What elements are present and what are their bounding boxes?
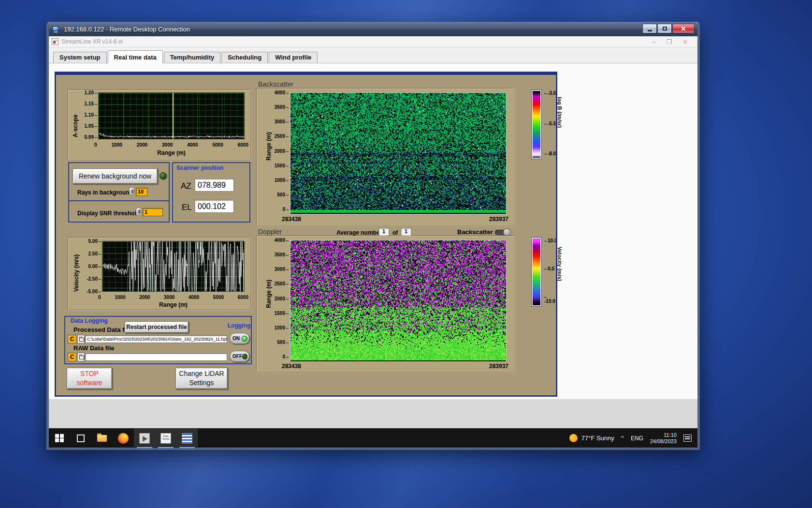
taskbar: ScanSched 77°F Sunny ^ ENG 11:10 24/08/2… (49, 428, 697, 448)
data-logging-title: Data Logging (71, 317, 108, 324)
streamline-app-icon (139, 433, 150, 444)
rdp-titlebar[interactable]: 192.168.0.122 - Remote Desktop Connectio… (49, 22, 697, 36)
remote-desktop-screen: StreamLine XR v14-6.vi – ❐ ✕ System setu… (49, 36, 697, 448)
app-close-button[interactable]: ✕ (682, 38, 688, 45)
tab-wind-profile[interactable]: Wind profile (269, 52, 318, 63)
raw-data-file-label: RAW Data file (73, 344, 115, 352)
file-explorer-button[interactable] (91, 429, 113, 448)
rdp-minimize-button[interactable] (642, 24, 657, 33)
stop-software-button[interactable]: STOP software (67, 368, 112, 389)
doppler-colorbar-label: Velocity (m/s) (557, 247, 563, 281)
renew-background-button[interactable]: Renew background now (72, 168, 158, 184)
change-lidar-settings-button[interactable]: Change LiDAR Settings (175, 368, 228, 389)
windows-logo-icon (55, 434, 64, 443)
language-indicator[interactable]: ENG (631, 435, 643, 442)
processed-browse-icon[interactable] (77, 335, 85, 344)
tab-bar: System setup Real time data Temp/humidit… (49, 47, 697, 63)
snr-threshold-label: Display SNR threshold (77, 210, 140, 217)
of-label: of (392, 229, 398, 236)
raw-logging-toggle[interactable]: OFF (230, 351, 249, 362)
logging-label: Logging (228, 322, 250, 329)
rdp-window-title: 192.168.0.122 - Remote Desktop Connectio… (64, 26, 190, 33)
close-icon: ✕ (681, 25, 686, 32)
processed-path-field[interactable]: C:\Lidar\Data\Proc\2023\202308\20230824\… (85, 335, 227, 343)
snr-controls-box: Display SNR threshold 1 (68, 200, 170, 223)
notes-app-button[interactable] (176, 429, 198, 448)
velocity-x-ticks: 0100020003000400050006000 (98, 295, 248, 300)
logging-on-led (242, 336, 247, 342)
velocity-plot (102, 241, 245, 292)
scan-schedule-app-icon: ScanSched (160, 433, 171, 444)
app-title: StreamLine XR v14-6.vi (61, 38, 123, 45)
settings-line2: Settings (189, 378, 214, 388)
snr-spinner[interactable] (136, 208, 141, 216)
ascope-x-ticks: 0100020003000400050006000 (94, 142, 248, 148)
doppler-x-start: 283438 (282, 363, 301, 370)
processed-drive-selector[interactable]: C (68, 335, 76, 344)
tab-scheduling[interactable]: Scheduling (221, 52, 268, 63)
average-number-field[interactable]: 1 (378, 228, 389, 236)
rays-value-field[interactable]: 10 (136, 188, 147, 196)
tab-temp-humidity[interactable]: Temp/humidity (164, 52, 220, 63)
raw-drive-selector[interactable]: C (68, 353, 76, 361)
weather-widget[interactable]: 77°F Sunny (569, 434, 614, 442)
backscatter-colorbar (532, 90, 541, 159)
backscatter-colorbar-label: log B (/m/sr) (557, 97, 563, 128)
stop-line1: STOP (80, 369, 99, 378)
app-restore-button[interactable]: ❐ (666, 38, 672, 45)
app-titlebar[interactable]: StreamLine XR v14-6.vi – ❐ ✕ (49, 36, 697, 47)
start-button[interactable] (49, 429, 70, 448)
doppler-graph: Range (m) 400035003000250020001500100050… (257, 236, 515, 373)
ascope-x-axis-label: Range (m) (98, 149, 245, 156)
rdp-maximize-button[interactable] (657, 24, 672, 33)
average-total-field[interactable]: 1 (401, 228, 411, 236)
az-label: AZ (181, 181, 191, 191)
restart-processed-file-button[interactable]: Restart processed file (125, 321, 188, 333)
sun-icon (569, 434, 578, 442)
action-center-icon[interactable] (683, 434, 692, 442)
processed-logging-toggle[interactable]: ON (230, 333, 249, 344)
client-area: A-scope 1.201.151.101.050.99 01000200030… (49, 63, 697, 428)
ascope-y-axis-label: A-scope (72, 97, 79, 137)
data-logging-box: Data Logging Processed Data file Restart… (64, 316, 252, 364)
rdp-window: 192.168.0.122 - Remote Desktop Connectio… (46, 22, 700, 450)
backscatter-x-start: 283438 (282, 216, 301, 223)
clock-time: 11:10 (650, 432, 677, 438)
doppler-colorbar-ticks: 10.00.0-10.0 (544, 239, 557, 303)
az-value-field: 078.989 (194, 179, 234, 192)
app-minimize-button[interactable]: – (652, 38, 655, 45)
processed-data-file-label: Processed Data file (73, 326, 131, 333)
ascope-plot (98, 92, 245, 139)
backscatter-title: Backscatter (258, 80, 293, 88)
scanner-position-box: Scanner position AZ 078.989 EL 000.102 (172, 162, 250, 223)
taskbar-clock[interactable]: 11:10 24/08/2023 (650, 432, 677, 445)
raw-path-field[interactable] (85, 353, 227, 361)
clock-date: 24/08/2023 (650, 438, 677, 445)
backscatter-display-toggle[interactable] (495, 230, 509, 235)
off-label: OFF (232, 354, 242, 359)
rays-spinner[interactable] (129, 187, 134, 195)
rays-in-background-label: Rays in background (77, 189, 133, 196)
firefox-button[interactable] (113, 429, 134, 448)
on-label: ON (232, 336, 240, 341)
labview-front-panel: A-scope 1.201.151.101.050.99 01000200030… (55, 72, 557, 397)
task-view-button[interactable] (70, 429, 91, 448)
rdp-close-button[interactable]: ✕ (672, 24, 695, 33)
labview-vi-icon (52, 38, 58, 45)
backscatter-toggle-label: Backscatter (457, 228, 493, 236)
velocity-graph: Velocity (m/s) 5.002.500.00-2.50-5.00 01… (68, 238, 251, 310)
show-hidden-icons-chevron[interactable]: ^ (621, 435, 624, 441)
streamline-app-button[interactable] (134, 429, 155, 448)
renew-background-led (160, 172, 167, 179)
scan-schedule-app-button[interactable]: ScanSched (155, 429, 176, 448)
tab-real-time-data[interactable]: Real time data (108, 50, 163, 63)
raw-browse-icon[interactable] (77, 353, 85, 361)
backscatter-heatmap (290, 92, 507, 214)
minimize-icon (648, 30, 652, 31)
doppler-heatmap (290, 240, 507, 362)
velocity-y-axis-label: Velocity (m/s) (73, 241, 80, 292)
logging-off-led (242, 354, 247, 359)
average-number-label: Average number (336, 229, 382, 236)
tab-system-setup[interactable]: System setup (53, 52, 107, 63)
snr-value-field[interactable]: 1 (143, 208, 163, 216)
